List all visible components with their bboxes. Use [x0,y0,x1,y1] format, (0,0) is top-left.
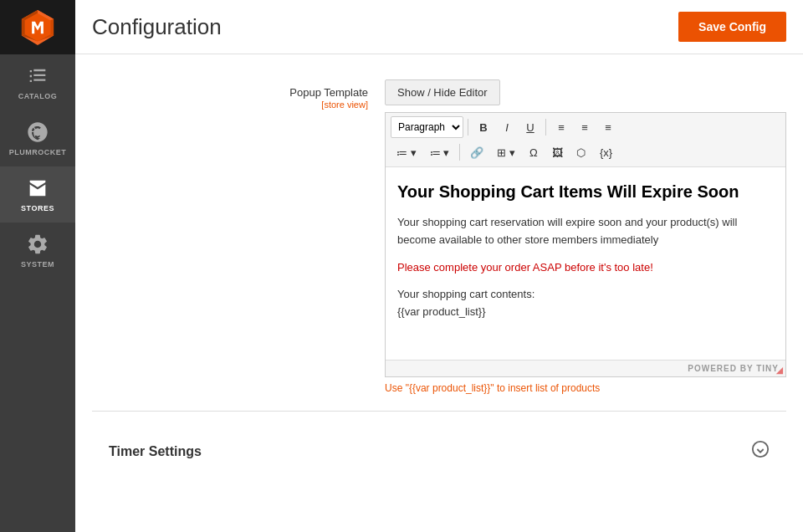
page-title: Configuration [92,14,222,40]
popup-template-row: Popup Template [store view] Show / Hide … [92,79,786,394]
sidebar-item-catalog[interactable]: CATALOG [0,54,75,110]
timer-settings-title: Timer Settings [109,444,202,459]
editor-container: Paragraph B I U ≡ ≡ ≡ ≔ ▾ [385,112,786,377]
plumrocket-icon [26,120,49,144]
sidebar-item-system-label: SYSTEM [21,260,54,269]
chevron-circle-icon [751,440,770,458]
toolbar-separator-1 [468,119,468,136]
unordered-list-button[interactable]: ≔ ▾ [391,141,422,163]
toolbar-separator-3 [459,144,460,161]
ordered-list-button[interactable]: ≔ ▾ [424,141,456,163]
editor-footer: POWERED BY TINY ◢ [386,360,785,376]
magento-logo-icon [20,10,55,45]
editor-variable: {{var product_list}} [397,305,486,318]
svg-marker-4 [22,18,25,35]
sidebar-item-plumrocket[interactable]: PLUMROCKET [0,110,75,166]
editor-resize-handle[interactable]: ◢ [775,366,784,375]
align-center-button[interactable]: ≡ [574,116,596,138]
header: Configuration Save Config [75,0,803,54]
variable-button[interactable]: {x} [594,141,618,163]
powered-by-label: POWERED BY TINY [688,364,779,373]
section-divider [92,411,786,412]
catalog-icon [26,64,49,88]
sidebar-item-stores-label: STORES [21,204,54,212]
editor-para-1: Your shopping cart reservation will expi… [397,214,774,249]
main-content: Configuration Save Config Popup Template… [75,0,803,532]
svg-point-9 [753,442,768,457]
svg-marker-5 [50,18,54,35]
timer-settings-toggle-icon [751,440,770,463]
sidebar-item-plumrocket-label: PLUMROCKET [9,148,67,156]
link-button[interactable]: 🔗 [464,141,489,163]
hint-text: Use "{{var product_list}}" to insert lis… [385,382,786,394]
paragraph-select[interactable]: Paragraph [391,116,463,138]
popup-template-control: Show / Hide Editor Paragraph B I U [385,79,786,394]
toolbar-row-2: ≔ ▾ ≔ ▾ 🔗 ⊞ ▾ Ω 🖼 ⬡ {x} [391,141,780,163]
system-icon [26,233,49,256]
save-config-button[interactable]: Save Config [678,12,786,42]
sidebar-item-catalog-label: CATALOG [18,92,58,100]
editor-para-2-urgent: Please complete your order ASAP before i… [397,259,774,277]
editor-toolbar: Paragraph B I U ≡ ≡ ≡ ≔ ▾ [386,113,785,167]
sidebar-item-stores[interactable]: STORES [0,166,75,223]
underline-button[interactable]: U [519,116,541,138]
sidebar-item-system[interactable]: SYSTEM [0,223,75,279]
timer-settings-header[interactable]: Timer Settings [92,428,786,474]
toolbar-row-1: Paragraph B I U ≡ ≡ ≡ [391,116,780,138]
align-left-button[interactable]: ≡ [550,116,572,138]
image-button[interactable]: 🖼 [546,141,569,163]
popup-template-sub-label: [store view] [92,100,368,110]
bold-button[interactable]: B [473,116,494,138]
sidebar-logo [0,0,75,54]
table-button[interactable]: ⊞ ▾ [491,141,521,163]
toolbar-separator-2 [545,119,546,136]
editor-content[interactable]: Your Shopping Cart Items Will Expire Soo… [386,167,785,360]
popup-template-label-container: Popup Template [store view] [92,79,385,110]
editor-para-3: Your shopping cart contents: {{var produ… [397,286,774,321]
omega-button[interactable]: Ω [523,141,545,163]
popup-template-label: Popup Template [289,86,368,99]
editor-heading: Your Shopping Cart Items Will Expire Soo… [397,181,774,202]
show-hide-editor-button[interactable]: Show / Hide Editor [385,79,500,105]
stores-icon [26,176,49,200]
align-right-button[interactable]: ≡ [597,116,619,138]
sidebar: CATALOG PLUMROCKET STORES SYSTEM [0,0,75,532]
widget-button[interactable]: ⬡ [570,141,592,163]
content-area: Popup Template [store view] Show / Hide … [75,54,803,532]
italic-button[interactable]: I [496,116,518,138]
